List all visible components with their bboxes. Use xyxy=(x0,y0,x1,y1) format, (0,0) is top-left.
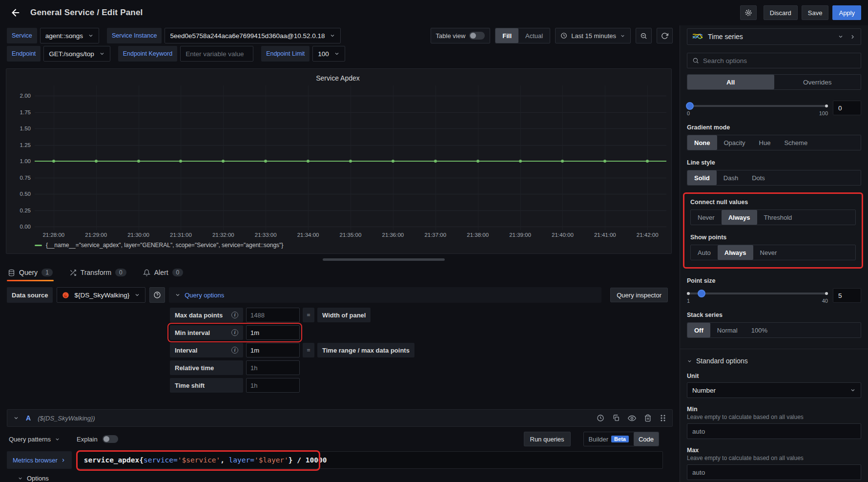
seg-option-never[interactable]: Never xyxy=(753,245,784,260)
slider-track[interactable] xyxy=(687,293,828,294)
line-style-section: Line style SolidDashDots xyxy=(687,159,861,186)
series-point[interactable] xyxy=(52,160,55,163)
series-point[interactable] xyxy=(646,160,649,163)
pane-resize-handle[interactable] xyxy=(323,258,445,261)
plot-area[interactable] xyxy=(35,85,666,230)
option-input[interactable]: 1m xyxy=(246,343,300,357)
seg-option-dots[interactable]: Dots xyxy=(745,170,772,185)
series-point[interactable] xyxy=(307,160,310,163)
refresh-icon xyxy=(661,32,668,40)
tab-overrides[interactable]: Overrides xyxy=(774,75,861,89)
seg-option-100-[interactable]: 100% xyxy=(744,323,774,337)
builder-option[interactable]: Builder Beta xyxy=(584,432,634,446)
time-range-picker[interactable]: Last 15 minutes xyxy=(555,28,631,43)
discard-button[interactable]: Discard xyxy=(764,5,798,20)
endpoint-variable-dropdown[interactable]: GET:/songs/top xyxy=(43,46,110,62)
endpoint-keyword-input[interactable]: Enter variable value xyxy=(180,46,253,62)
option-input[interactable]: 1m xyxy=(246,325,300,340)
series-point[interactable] xyxy=(137,160,140,163)
seg-option-auto[interactable]: Auto xyxy=(691,245,718,260)
standard-options-header[interactable]: Standard options xyxy=(687,357,861,365)
series-point[interactable] xyxy=(519,160,522,163)
delete-query-icon[interactable] xyxy=(644,414,652,422)
series-point[interactable] xyxy=(95,160,98,163)
series-point[interactable] xyxy=(179,160,182,163)
fill-opacity-slider[interactable]: 0 100 xyxy=(687,101,828,115)
promql-code-editor[interactable]: service_apdex{service='$service', layer=… xyxy=(77,451,663,469)
slider-handle[interactable] xyxy=(698,290,705,297)
service-variable-dropdown[interactable]: agent::songs xyxy=(40,28,99,43)
min-input[interactable]: auto xyxy=(687,423,861,439)
tab-query[interactable]: Query 1 xyxy=(7,266,54,281)
point-size-slider[interactable]: 1 40 xyxy=(687,288,828,303)
collapse-chevron-icon[interactable] xyxy=(13,415,19,421)
zoom-out-time-button[interactable] xyxy=(636,28,652,43)
query-patterns-dropdown[interactable]: Query patterns xyxy=(9,436,60,443)
tab-alert[interactable]: Alert 0 xyxy=(142,266,184,281)
series-point[interactable] xyxy=(603,160,606,163)
seg-option-always[interactable]: Always xyxy=(722,210,757,225)
max-input[interactable]: auto xyxy=(687,464,861,480)
endpoint-limit-dropdown[interactable]: 100 xyxy=(312,46,345,62)
drag-handle-icon[interactable] xyxy=(660,414,666,422)
legend-series-name[interactable]: {__name__="service_apdex", layer="GENERA… xyxy=(46,242,283,249)
chevron-down-icon xyxy=(18,476,23,481)
slider-track[interactable] xyxy=(687,105,828,107)
series-point[interactable] xyxy=(222,160,225,163)
query-options-collapse[interactable]: Options xyxy=(7,475,673,482)
code-option[interactable]: Code xyxy=(634,432,659,446)
duplicate-query-icon[interactable] xyxy=(612,414,620,422)
search-options-input[interactable]: Search options xyxy=(687,53,861,68)
visualization-picker[interactable]: Time series xyxy=(687,28,861,45)
seg-option-always[interactable]: Always xyxy=(718,245,753,260)
top-header: General Service / Edit Panel Discard Sav… xyxy=(0,0,868,25)
series-point[interactable] xyxy=(264,160,267,163)
service-instance-variable-dropdown[interactable]: 5eed0e5758a244aca6e7699415d360aa@10.52.0… xyxy=(165,28,341,43)
seg-option-dash[interactable]: Dash xyxy=(717,170,745,185)
seg-option-none[interactable]: None xyxy=(687,135,717,150)
tab-transform[interactable]: Transform 0 xyxy=(68,266,127,281)
time-series-chart[interactable]: 2.001.751.501.251.000.750.500.250.00 xyxy=(9,85,666,230)
hide-query-icon[interactable] xyxy=(628,414,636,422)
series-point[interactable] xyxy=(349,160,352,163)
point-size-value-input[interactable]: 5 xyxy=(833,288,861,303)
series-point[interactable] xyxy=(434,160,437,163)
option-input[interactable]: 1h xyxy=(246,378,300,393)
seg-option-hue[interactable]: Hue xyxy=(752,135,778,150)
refresh-button[interactable] xyxy=(657,28,673,43)
table-view-toggle[interactable] xyxy=(469,32,485,40)
apply-button[interactable]: Apply xyxy=(832,5,861,20)
run-queries-button[interactable]: Run queries xyxy=(524,432,571,446)
option-input[interactable]: 1488 xyxy=(246,308,300,322)
seg-option-off[interactable]: Off xyxy=(687,323,710,337)
angle-right-icon[interactable] xyxy=(849,34,856,40)
unit-select[interactable]: Number xyxy=(687,382,861,398)
query-options-header[interactable]: Query options xyxy=(169,287,601,303)
datasource-help-button[interactable] xyxy=(149,287,165,303)
series-point[interactable] xyxy=(392,160,394,163)
series-point[interactable] xyxy=(476,160,479,163)
query-inspector-button[interactable]: Query inspector xyxy=(610,288,668,302)
metrics-browser-button[interactable]: Metrics browser xyxy=(7,451,72,469)
explain-toggle[interactable] xyxy=(103,435,118,443)
series-point[interactable] xyxy=(561,160,564,163)
datasource-picker[interactable]: ${DS_SkyWalking} xyxy=(57,287,145,303)
search-icon xyxy=(692,57,699,64)
query-row-a[interactable]: A (${DS_SkyWalking}) xyxy=(7,409,673,427)
fill-opacity-value-input[interactable]: 0 xyxy=(833,101,861,115)
seg-option-threshold[interactable]: Threshold xyxy=(757,210,799,225)
option-input[interactable]: 1h xyxy=(246,360,300,375)
tab-all[interactable]: All xyxy=(687,75,774,89)
query-history-icon[interactable] xyxy=(597,414,604,422)
panel-settings-button[interactable] xyxy=(740,5,757,20)
seg-option-scheme[interactable]: Scheme xyxy=(777,135,814,150)
back-button[interactable] xyxy=(8,5,23,21)
seg-option-fill[interactable]: Fill xyxy=(496,28,518,43)
seg-option-normal[interactable]: Normal xyxy=(710,323,744,337)
save-button[interactable]: Save xyxy=(802,5,829,20)
seg-option-opacity[interactable]: Opacity xyxy=(717,135,752,150)
seg-option-never[interactable]: Never xyxy=(691,210,722,225)
slider-handle[interactable] xyxy=(686,102,694,110)
seg-option-actual[interactable]: Actual xyxy=(518,28,550,43)
seg-option-solid[interactable]: Solid xyxy=(687,170,717,185)
